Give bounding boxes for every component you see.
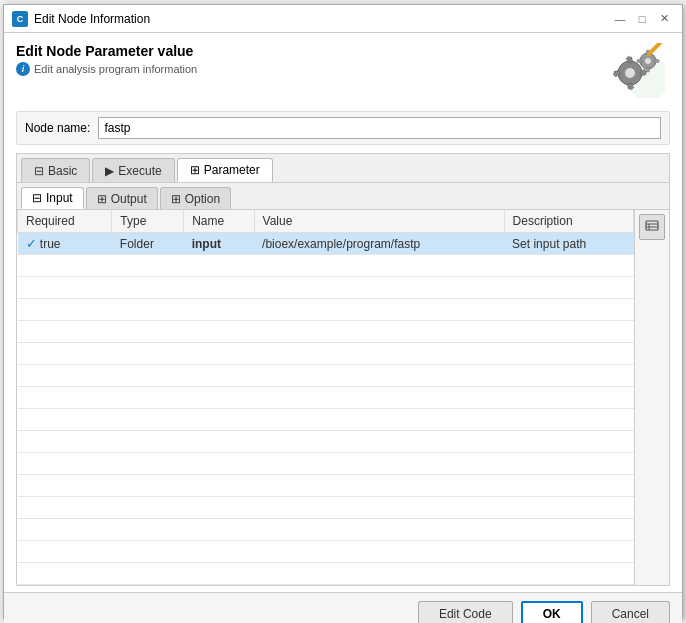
col-description: Description	[504, 210, 633, 233]
col-type: Type	[112, 210, 184, 233]
tab-option[interactable]: ⊞ Option	[160, 187, 231, 209]
tab-execute-label: Execute	[118, 164, 161, 178]
title-bar: C Edit Node Information — □ ✕	[4, 5, 682, 33]
svg-rect-18	[637, 60, 642, 63]
table-row-empty	[18, 409, 634, 431]
tab-parameter-icon: ⊞	[190, 163, 200, 177]
svg-point-14	[645, 58, 651, 64]
main-window: C Edit Node Information — □ ✕ Edit Node …	[3, 4, 683, 619]
tab-basic-icon: ⊟	[34, 164, 44, 178]
cell-type: Folder	[112, 233, 184, 255]
tab-execute[interactable]: ▶ Execute	[92, 158, 174, 182]
window-controls: — □ ✕	[610, 9, 674, 29]
svg-text:C: C	[17, 14, 24, 24]
edit-code-button[interactable]: Edit Code	[418, 601, 513, 623]
tab-output-icon: ⊞	[97, 192, 107, 206]
table-row-empty	[18, 563, 634, 585]
table-row-empty	[18, 519, 634, 541]
tab-basic[interactable]: ⊟ Basic	[21, 158, 90, 182]
inner-table-area: Required Type Name Value Description ✓ t…	[17, 210, 669, 585]
svg-point-4	[625, 68, 635, 78]
node-name-label: Node name:	[25, 121, 90, 135]
side-button-panel	[634, 210, 669, 585]
info-icon: i	[16, 62, 30, 76]
header-graphic	[600, 43, 670, 103]
check-icon: ✓	[26, 236, 37, 251]
table-row-empty	[18, 321, 634, 343]
header-subtitle-text: Edit analysis program information	[34, 63, 197, 75]
svg-rect-19	[648, 43, 664, 55]
table-row-empty	[18, 475, 634, 497]
tab-output-label: Output	[111, 192, 147, 206]
tab-option-icon: ⊞	[171, 192, 181, 206]
header-text: Edit Node Parameter value i Edit analysi…	[16, 43, 600, 76]
maximize-button[interactable]: □	[632, 9, 652, 29]
panel-area: ⊟ Input ⊞ Output ⊞ Option	[16, 182, 670, 586]
ok-button[interactable]: OK	[521, 601, 583, 623]
node-name-row: Node name:	[16, 111, 670, 145]
table-action-button[interactable]	[639, 214, 665, 240]
table-row-empty	[18, 343, 634, 365]
col-value: Value	[254, 210, 504, 233]
outer-tabs: ⊟ Basic ▶ Execute ⊞ Parameter	[16, 153, 670, 182]
table-row-empty	[18, 497, 634, 519]
window-icon: C	[12, 11, 28, 27]
tab-execute-icon: ▶	[105, 164, 114, 178]
node-name-input[interactable]	[98, 117, 661, 139]
minimize-button[interactable]: —	[610, 9, 630, 29]
tab-option-label: Option	[185, 192, 220, 206]
tab-input-label: Input	[46, 191, 73, 205]
window-title: Edit Node Information	[34, 12, 150, 26]
table-row-empty	[18, 277, 634, 299]
table-row-empty	[18, 541, 634, 563]
tab-basic-label: Basic	[48, 164, 77, 178]
svg-rect-22	[646, 221, 658, 230]
header-subtitle: i Edit analysis program information	[16, 62, 600, 76]
close-button[interactable]: ✕	[654, 9, 674, 29]
table-row-empty	[18, 387, 634, 409]
tab-output[interactable]: ⊞ Output	[86, 187, 158, 209]
table-row-empty	[18, 365, 634, 387]
table-row-empty	[18, 431, 634, 453]
header-title: Edit Node Parameter value	[16, 43, 600, 59]
inner-tabs: ⊟ Input ⊞ Output ⊞ Option	[17, 183, 669, 210]
table-row[interactable]: ✓ true Folder input /bioex/example/progr…	[18, 233, 634, 255]
tab-input-icon: ⊟	[32, 191, 42, 205]
table-row-empty	[18, 453, 634, 475]
svg-rect-17	[654, 60, 659, 63]
cell-required: ✓ true	[18, 233, 112, 255]
cell-value: /bioex/example/program/fastp	[254, 233, 504, 255]
cell-description: Set input path	[504, 233, 633, 255]
table-row-empty	[18, 299, 634, 321]
footer: Edit Code OK Cancel	[4, 592, 682, 623]
svg-rect-16	[647, 67, 650, 72]
tab-parameter-label: Parameter	[204, 163, 260, 177]
table-row-empty	[18, 255, 634, 277]
tab-input[interactable]: ⊟ Input	[21, 187, 84, 209]
cell-name: input	[184, 233, 254, 255]
data-table: Required Type Name Value Description ✓ t…	[17, 210, 634, 585]
title-bar-left: C Edit Node Information	[12, 11, 150, 27]
table-container: Required Type Name Value Description ✓ t…	[17, 210, 634, 585]
content-area: Edit Node Parameter value i Edit analysi…	[4, 33, 682, 592]
header-section: Edit Node Parameter value i Edit analysi…	[16, 43, 670, 103]
col-required: Required	[18, 210, 112, 233]
col-name: Name	[184, 210, 254, 233]
cancel-button[interactable]: Cancel	[591, 601, 670, 623]
tab-parameter[interactable]: ⊞ Parameter	[177, 158, 273, 182]
